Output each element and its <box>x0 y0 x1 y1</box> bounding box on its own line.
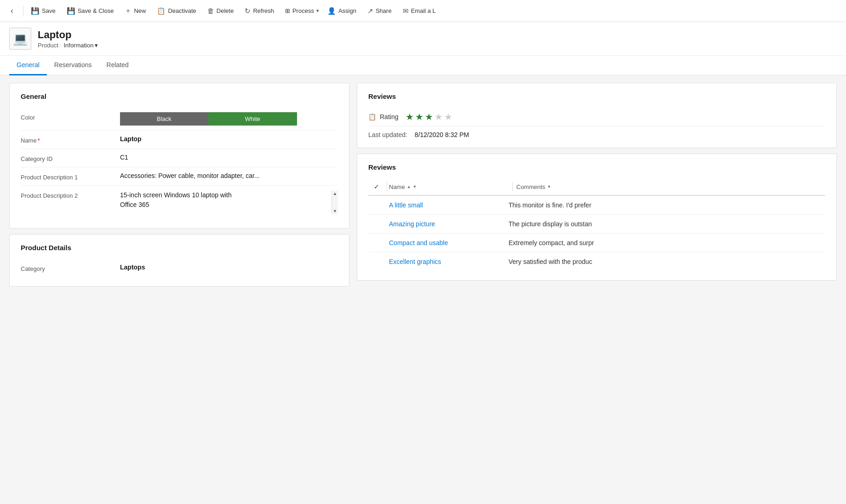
review-2-comment: The picture display is outstan <box>509 220 825 228</box>
review-4-name[interactable]: Excellent graphics <box>389 258 509 265</box>
last-updated-row: Last updated: 8/12/2020 8:32 PM <box>368 126 825 138</box>
color-black-button[interactable]: Black <box>120 112 208 126</box>
review-3-name[interactable]: Compact and usable <box>389 239 509 246</box>
rating-icon: 📋 <box>368 113 376 120</box>
field-row-category-id: Category ID C1 <box>21 149 338 167</box>
right-panel: Reviews 📋 Rating ★ ★ ★ ★ ★ Last updated:… <box>357 83 837 498</box>
review-row-3: Compact and usable Extremely compact, an… <box>368 234 825 252</box>
product-desc-2-text: 15-inch screen Windows 10 laptop withOff… <box>120 190 330 210</box>
main-content: General Color Black White Name* Laptop <box>0 75 846 504</box>
share-button[interactable]: ↗ Share <box>363 4 396 18</box>
share-icon: ↗ <box>367 7 373 15</box>
save-close-button[interactable]: 💾 Save & Close <box>62 4 119 18</box>
breadcrumb: Product · Information ▾ <box>38 42 98 49</box>
star-1: ★ <box>406 111 414 122</box>
header-separator-1 <box>387 182 387 191</box>
reviews-table-card: Reviews ✓ Name ▲ ▼ Comments ▼ <box>357 154 837 281</box>
star-3: ★ <box>425 111 433 122</box>
name-value: Laptop <box>120 135 338 143</box>
product-details-card: Product Details Category Laptops <box>9 234 349 286</box>
breadcrumb-current[interactable]: Information ▾ <box>63 42 98 49</box>
email-button[interactable]: ✉ Email a L <box>398 4 440 18</box>
category-id-label: Category ID <box>21 154 113 162</box>
review-row-4: Excellent graphics Very satisfied with t… <box>368 252 825 271</box>
field-row-category: Category Laptops <box>21 259 338 277</box>
review-row-1: A little small This monitor is fine. I'd… <box>368 196 825 215</box>
desc2-scrollbar: ▲ ▼ <box>332 190 338 214</box>
review-1-comment: This monitor is fine. I'd prefer <box>509 201 825 209</box>
checkmark-icon: ✓ <box>374 183 379 190</box>
new-button[interactable]: ＋ New <box>120 4 150 18</box>
general-card-title: General <box>21 92 338 100</box>
reviews-table-header: ✓ Name ▲ ▼ Comments ▼ <box>368 178 825 196</box>
name-column-header: Name ▲ ▼ <box>389 183 509 190</box>
assign-icon: 👤 <box>327 7 336 15</box>
tab-reservations[interactable]: Reservations <box>47 56 99 75</box>
breadcrumb-separator: · <box>60 42 62 49</box>
category-value: Laptops <box>120 263 338 271</box>
record-info: Laptop Product · Information ▾ <box>38 29 98 49</box>
comments-dropdown-icon[interactable]: ▼ <box>547 184 551 189</box>
process-chevron-icon: ▾ <box>316 8 319 14</box>
field-row-product-desc-1: Product Description 1 Accessories: Power… <box>21 167 338 186</box>
color-buttons: Black White <box>120 112 338 126</box>
scroll-up-icon[interactable]: ▲ <box>332 190 338 197</box>
star-5: ★ <box>444 111 452 122</box>
required-indicator: * <box>38 137 40 144</box>
rating-label: 📋 Rating <box>368 113 398 120</box>
back-button[interactable]: ‹ <box>4 3 20 19</box>
process-button[interactable]: ⊞ Process ▾ <box>280 5 321 17</box>
breadcrumb-parent: Product <box>38 42 58 49</box>
product-desc-1-label: Product Description 1 <box>21 172 113 181</box>
name-sort-down-icon[interactable]: ▼ <box>413 184 417 189</box>
breadcrumb-chevron-icon: ▾ <box>95 42 98 49</box>
check-column-header: ✓ <box>368 183 385 190</box>
review-2-name[interactable]: Amazing picture <box>389 220 509 228</box>
field-row-name: Name* Laptop <box>21 131 338 149</box>
product-desc-1-value: Accessories: Power cable, monitor adapte… <box>120 172 322 179</box>
tab-related[interactable]: Related <box>99 56 136 75</box>
color-white-button[interactable]: White <box>208 112 297 126</box>
toolbar-separator-1 <box>23 6 23 17</box>
name-sort-icons[interactable]: ▲ <box>407 184 411 189</box>
process-icon: ⊞ <box>285 7 290 14</box>
delete-button[interactable]: 🗑 Delete <box>203 4 239 17</box>
sort-up-icon: ▲ <box>407 184 411 189</box>
comments-column-header: Comments ▼ <box>516 183 825 190</box>
name-label: Name* <box>21 135 113 144</box>
record-icon: 💻 <box>9 28 31 50</box>
review-4-comment: Very satisfied with the produc <box>509 258 825 265</box>
new-icon: ＋ <box>125 6 131 15</box>
deactivate-button[interactable]: 📋 Deactivate <box>152 4 200 18</box>
field-row-color: Color Black White <box>21 108 338 131</box>
refresh-button[interactable]: ↻ Refresh <box>240 4 279 18</box>
save-button[interactable]: 💾 Save <box>26 4 60 18</box>
toolbar: ‹ 💾 Save 💾 Save & Close ＋ New 📋 Deactiva… <box>0 0 846 22</box>
color-label: Color <box>21 112 113 121</box>
reviews-table-title: Reviews <box>368 163 825 171</box>
review-1-name[interactable]: A little small <box>389 201 509 209</box>
product-desc-2-value: 15-inch screen Windows 10 laptop withOff… <box>120 190 338 214</box>
tab-general[interactable]: General <box>9 56 47 75</box>
save-icon: 💾 <box>31 7 40 15</box>
product-details-card-title: Product Details <box>21 244 338 252</box>
scroll-down-icon[interactable]: ▼ <box>332 208 338 214</box>
star-2: ★ <box>415 111 423 122</box>
category-id-value: C1 <box>120 154 338 161</box>
record-header: 💻 Laptop Product · Information ▾ <box>0 22 846 56</box>
rating-row: 📋 Rating ★ ★ ★ ★ ★ <box>368 108 825 126</box>
delete-icon: 🗑 <box>207 7 214 15</box>
product-desc-2-label: Product Description 2 <box>21 190 113 199</box>
email-icon: ✉ <box>403 7 409 15</box>
reviews-summary-card: Reviews 📋 Rating ★ ★ ★ ★ ★ Last updated:… <box>357 83 837 148</box>
star-4: ★ <box>434 111 443 122</box>
assign-button[interactable]: 👤 Assign <box>323 4 361 18</box>
header-separator-2 <box>512 182 513 191</box>
general-card: General Color Black White Name* Laptop <box>9 83 349 229</box>
reviews-summary-title: Reviews <box>368 92 825 100</box>
deactivate-icon: 📋 <box>157 7 166 15</box>
record-title: Laptop <box>38 29 98 41</box>
color-field: Black White <box>120 112 338 126</box>
last-updated-label: Last updated: <box>368 131 407 138</box>
save-close-icon: 💾 <box>67 7 75 15</box>
